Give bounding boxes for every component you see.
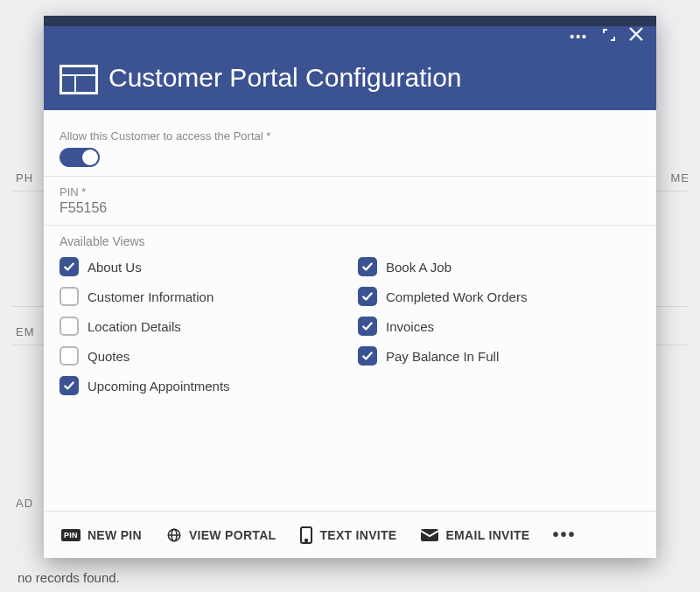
- dialog-header: ••• Customer Portal Configuration: [44, 16, 656, 110]
- view-item-label: Customer Information: [88, 289, 214, 304]
- view-checkbox[interactable]: [358, 287, 377, 306]
- view-item: Book A Job: [358, 257, 640, 276]
- new-pin-button[interactable]: PIN NEW PIN: [52, 521, 150, 549]
- view-item: Customer Information: [60, 287, 342, 306]
- divider: [44, 225, 656, 226]
- view-item-label: Book A Job: [386, 260, 452, 275]
- toggle-knob: [82, 150, 98, 165]
- view-grid: About UsBook A JobCustomer InformationCo…: [60, 257, 640, 395]
- bg-no-records-text: no records found.: [18, 570, 120, 585]
- bg-label-ad: AD: [16, 497, 33, 510]
- new-pin-label: NEW PIN: [88, 528, 142, 542]
- pin-badge-icon: PIN: [61, 529, 80, 541]
- view-item-label: Quotes: [88, 349, 130, 364]
- portal-window-icon: [60, 65, 98, 94]
- available-views-section: Available Views About UsBook A JobCustom…: [60, 234, 640, 395]
- pin-label: PIN *: [60, 185, 640, 198]
- view-item-label: Invoices: [386, 319, 434, 334]
- view-portal-label: VIEW PORTAL: [189, 528, 276, 542]
- view-checkbox[interactable]: [358, 346, 377, 366]
- view-item: Location Details: [60, 317, 342, 336]
- svg-point-7: [305, 539, 307, 540]
- view-checkbox[interactable]: [358, 317, 377, 336]
- access-toggle-label: Allow this Customer to access the Portal…: [60, 129, 640, 143]
- available-views-label: Available Views: [60, 234, 640, 248]
- pin-value: F55156: [60, 200, 640, 216]
- mail-icon: [421, 529, 438, 541]
- dialog-footer: PIN NEW PIN VIEW PORTAL TEXT INVITE EMAI…: [44, 511, 656, 558]
- view-item: Completed Work Orders: [358, 287, 640, 306]
- globe-icon: [166, 527, 182, 543]
- view-item: Quotes: [60, 346, 342, 366]
- bg-label-me: ME: [671, 171, 690, 185]
- view-item: Invoices: [358, 317, 640, 336]
- access-toggle[interactable]: [60, 148, 100, 167]
- email-invite-label: EMAIL INVITE: [445, 528, 529, 542]
- header-more-button[interactable]: •••: [570, 30, 588, 44]
- view-item: About Us: [60, 257, 342, 276]
- view-checkbox[interactable]: [60, 346, 79, 366]
- text-invite-label: TEXT INVITE: [319, 528, 396, 542]
- view-item-label: Location Details: [88, 319, 181, 334]
- view-item: Upcoming Appointments: [60, 376, 342, 395]
- view-checkbox[interactable]: [60, 287, 79, 306]
- bg-label-em: EM: [16, 325, 35, 338]
- phone-icon: [300, 526, 312, 544]
- view-checkbox[interactable]: [60, 376, 79, 395]
- email-invite-button[interactable]: EMAIL INVITE: [412, 521, 538, 549]
- svg-rect-1: [62, 67, 95, 74]
- svg-rect-2: [62, 76, 74, 92]
- view-checkbox[interactable]: [60, 317, 79, 336]
- view-checkbox[interactable]: [60, 257, 79, 276]
- view-item-label: About Us: [88, 260, 142, 275]
- bg-label-ph: PH: [16, 171, 33, 185]
- dialog-title: Customer Portal Configuration: [108, 63, 462, 93]
- view-item: Pay Balance In Full: [358, 346, 640, 366]
- text-invite-button[interactable]: TEXT INVITE: [291, 519, 405, 551]
- footer-more-button[interactable]: •••: [545, 521, 583, 548]
- window-topbar: [44, 16, 656, 26]
- close-icon[interactable]: [626, 24, 646, 44]
- view-item-label: Pay Balance In Full: [386, 349, 499, 364]
- view-item-label: Completed Work Orders: [386, 289, 527, 304]
- svg-rect-3: [76, 76, 95, 92]
- expand-icon[interactable]: [602, 28, 616, 42]
- dialog-body: Allow this Customer to access the Portal…: [44, 110, 656, 511]
- view-portal-button[interactable]: VIEW PORTAL: [158, 520, 284, 550]
- view-item-label: Upcoming Appointments: [88, 379, 230, 394]
- view-checkbox[interactable]: [358, 257, 377, 276]
- customer-portal-config-dialog: ••• Customer Portal Configuration Allow …: [44, 16, 656, 558]
- divider: [44, 176, 656, 177]
